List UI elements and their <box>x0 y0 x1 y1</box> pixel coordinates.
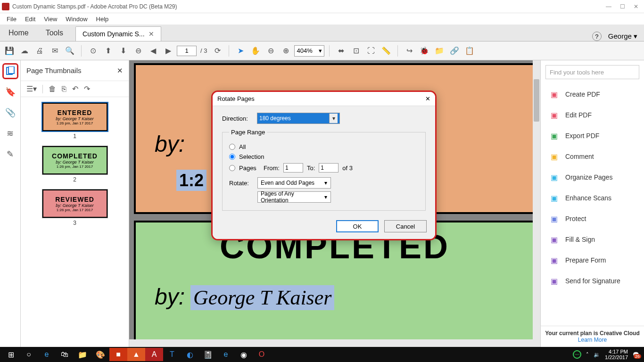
horizontal-scrollbar[interactable] <box>129 339 533 347</box>
tool-item[interactable]: ▣Export PDF <box>541 125 644 146</box>
ok-button[interactable]: OK <box>336 220 379 232</box>
app2-icon[interactable]: ▲ <box>127 348 145 361</box>
cortana-icon[interactable]: ○ <box>20 348 38 361</box>
maximize-button[interactable]: ☐ <box>620 3 625 10</box>
learn-more-link[interactable]: Learn More <box>545 337 640 343</box>
radio-selection[interactable] <box>229 154 235 160</box>
save-icon[interactable]: 💾 <box>3 44 16 58</box>
thumbnail[interactable]: REVIEWEDby: George T Kaiser1:26 pm, Jan … <box>42 189 108 226</box>
page-down-icon[interactable]: ⬇ <box>116 44 130 58</box>
fit-width-icon[interactable]: ⬌ <box>334 44 347 58</box>
tools-search[interactable]: Find your tools here <box>545 65 639 79</box>
zoom-select[interactable]: 404%▾ <box>294 45 324 57</box>
start-icon[interactable]: ⊞ <box>2 348 20 361</box>
fullscreen-icon[interactable]: ⛶ <box>364 44 378 58</box>
tray-up-icon[interactable]: ˄ <box>586 352 589 358</box>
help-icon[interactable]: ? <box>592 32 602 41</box>
thumb-delete-icon[interactable]: 🗑 <box>49 85 56 93</box>
close-button[interactable]: ✕ <box>634 3 638 10</box>
minimize-button[interactable]: — <box>606 3 611 10</box>
tool-item[interactable]: ▣Comment <box>541 146 644 167</box>
vertical-scrollbar[interactable] <box>533 60 540 347</box>
hand-icon[interactable]: ✋ <box>249 44 262 58</box>
menu-window[interactable]: Window <box>62 15 91 24</box>
fit-page-icon[interactable]: ⊡ <box>349 44 363 58</box>
cloud-icon[interactable]: ☁ <box>18 44 31 58</box>
rail-attachment-icon[interactable]: 📎 <box>2 105 18 121</box>
thumb-options-icon[interactable]: ☰▾ <box>26 84 37 93</box>
prev-icon[interactable]: ◀ <box>147 44 160 58</box>
tool-item[interactable]: ▣Protect <box>541 208 644 229</box>
mail-icon[interactable]: ✉ <box>48 44 61 58</box>
zoom-in-icon[interactable]: ⊕ <box>279 44 292 58</box>
orientation-select[interactable]: Pages of Any Orientation▾ <box>257 191 331 203</box>
folder-icon[interactable]: 📁 <box>433 44 446 58</box>
radio-all[interactable] <box>229 144 235 150</box>
tab-tools[interactable]: Tools <box>37 25 72 41</box>
menu-file[interactable]: File <box>3 15 20 24</box>
from-input[interactable] <box>283 163 303 173</box>
rotate-select[interactable]: Even and Odd Pages▾ <box>257 177 331 189</box>
thumbnail[interactable]: ENTEREDby: George T Kaiser1:26 pm, Jan 1… <box>42 103 108 140</box>
cursor-icon[interactable]: ➤ <box>234 44 247 58</box>
tool-item[interactable]: ▣Edit PDF <box>541 105 644 125</box>
ruler-icon[interactable]: 📏 <box>380 44 393 58</box>
print-icon[interactable]: 🖨 <box>33 44 46 58</box>
rail-thumbnails-icon[interactable] <box>2 63 18 79</box>
chrome-icon[interactable]: ◉ <box>235 348 253 361</box>
taskbar-clock[interactable]: 4:17 PM 1/22/2017 <box>605 349 628 360</box>
paint-icon[interactable]: 🎨 <box>91 348 109 361</box>
rail-bookmark-icon[interactable]: 🔖 <box>2 84 18 100</box>
menu-view[interactable]: View <box>40 15 61 24</box>
app3-icon[interactable]: T <box>163 348 181 361</box>
rail-sign-icon[interactable]: ✎ <box>2 146 18 162</box>
app4-icon[interactable]: ◐ <box>181 348 199 361</box>
store-icon[interactable]: 🛍 <box>56 348 74 361</box>
search-icon[interactable]: 🔍 <box>63 44 76 58</box>
thumb-extract-icon[interactable]: ⎘ <box>62 85 66 93</box>
tool-item[interactable]: ▣Fill & Sign <box>541 229 644 250</box>
page-up-icon[interactable]: ⬆ <box>101 44 115 58</box>
tray-volume-icon[interactable]: 🔉 <box>594 352 600 358</box>
to-input[interactable] <box>319 163 339 173</box>
rail-layers-icon[interactable]: ≋ <box>2 125 18 141</box>
explorer-icon[interactable]: 📁 <box>74 348 91 361</box>
tab-close-icon[interactable]: ✕ <box>149 30 154 38</box>
user-menu[interactable]: George ▾ <box>608 32 637 41</box>
refresh-icon[interactable]: ⟳ <box>211 44 224 58</box>
cancel-button[interactable]: Cancel <box>384 220 427 232</box>
thumbnail[interactable]: COMPLETEDby: George T Kaiser1:26 pm, Jan… <box>42 146 108 183</box>
dialog-close-icon[interactable]: ✕ <box>425 95 430 102</box>
acrobat-icon[interactable]: A <box>145 348 163 361</box>
tool-item[interactable]: ▣Prepare Form <box>541 250 644 271</box>
tray-activity-icon[interactable]: 〰 <box>573 350 581 359</box>
tool-item[interactable]: ▣Enhance Scans <box>541 188 644 208</box>
edge-icon[interactable]: e <box>38 348 56 361</box>
thumbnail-pane-close-icon[interactable]: ✕ <box>117 66 123 75</box>
tab-document[interactable]: Custom Dynamic S... ✕ <box>75 26 161 41</box>
app1-icon[interactable]: ■ <box>109 348 127 361</box>
notifications-icon[interactable]: 💬26 <box>633 352 639 358</box>
tool-item[interactable]: ▣Send for Signature <box>541 271 644 291</box>
tool-item[interactable]: ▣Organize Pages <box>541 167 644 188</box>
radio-pages[interactable] <box>229 165 235 171</box>
app5-icon[interactable]: 📓 <box>199 348 217 361</box>
tab-home[interactable]: Home <box>0 25 37 41</box>
thumb-rotate-cw-icon[interactable]: ↷ <box>84 84 90 93</box>
thumb-rotate-ccw-icon[interactable]: ↶ <box>72 84 78 93</box>
direction-select[interactable]: 180 degrees▾ <box>257 113 340 124</box>
next-icon[interactable]: ▶ <box>162 44 175 58</box>
menu-edit[interactable]: Edit <box>21 15 39 24</box>
page-input[interactable] <box>177 46 197 56</box>
zoom-out-icon[interactable]: ⊖ <box>264 44 277 58</box>
page-nav2-icon[interactable]: ⊖ <box>132 44 145 58</box>
ie-icon[interactable]: e <box>217 348 235 361</box>
page-nav-icon[interactable]: ⊙ <box>86 44 99 58</box>
clipboard-icon[interactable]: 📋 <box>463 44 476 58</box>
tool-item[interactable]: ▣Create PDF <box>541 84 644 105</box>
menu-help[interactable]: Help <box>92 15 113 24</box>
share-icon[interactable]: ↪ <box>403 44 416 58</box>
link-icon[interactable]: 🔗 <box>448 44 461 58</box>
opera-icon[interactable]: O <box>253 348 271 361</box>
stamp-icon[interactable]: 🐞 <box>418 44 431 58</box>
